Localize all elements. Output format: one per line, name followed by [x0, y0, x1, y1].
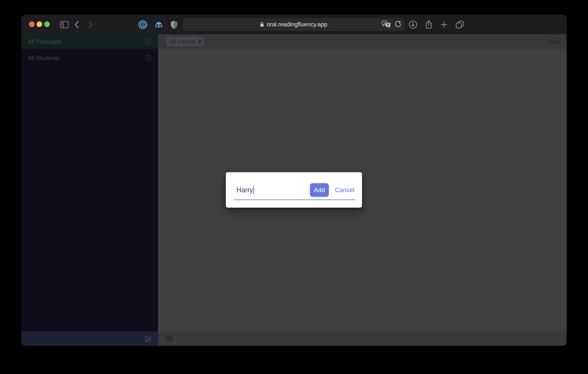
address-bar[interactable]: oral.readingfluency.app A	[183, 18, 404, 31]
sidebar-item-label: All Passages	[28, 38, 62, 45]
plus-icon	[441, 21, 448, 28]
compose-button[interactable]	[144, 335, 152, 342]
main-header: All Levels New	[158, 34, 567, 49]
sidebar-footer	[21, 331, 158, 346]
lock-icon	[260, 21, 264, 27]
add-student-button[interactable]: +	[145, 55, 152, 61]
student-name-input[interactable]: Harry	[236, 185, 254, 195]
main-area: All Levels New	[158, 34, 567, 346]
forward-chevron-icon	[87, 20, 94, 29]
traffic-light-zoom-button[interactable]	[44, 21, 50, 27]
cancel-button[interactable]: Cancel	[335, 183, 354, 197]
back-chevron-icon	[74, 20, 80, 29]
browser-toolbar: oral.readingfluency.app A	[21, 15, 567, 34]
downloads-icon	[409, 20, 417, 29]
text-caret	[253, 186, 254, 194]
reload-button[interactable]	[394, 21, 402, 28]
sidebar-item-label: All Students	[28, 55, 59, 62]
plus-circle-icon: +	[147, 39, 150, 44]
share-icon	[425, 20, 433, 29]
onepassword-icon	[138, 20, 147, 29]
waves-button[interactable]	[165, 335, 174, 343]
downloads-button[interactable]	[407, 15, 419, 34]
tab-overview-icon	[455, 21, 464, 29]
stepper-arrows-icon	[198, 39, 201, 44]
traffic-light-close-button[interactable]	[29, 21, 35, 27]
traffic-light-minimize-button[interactable]	[37, 21, 42, 27]
compose-icon	[144, 335, 152, 342]
sidebar-toggle-button[interactable]	[58, 15, 71, 34]
url-text: oral.readingfluency.app	[267, 21, 327, 28]
sidebar: All Passages + All Students +	[21, 34, 158, 346]
waves-icon	[165, 335, 174, 343]
new-button[interactable]: New	[548, 38, 560, 45]
input-underline	[233, 200, 355, 200]
forward-button[interactable]	[85, 15, 96, 34]
add-student-dialog: Harry Add Cancel	[226, 172, 362, 208]
sidebar-item-all-passages[interactable]: All Passages +	[21, 34, 158, 49]
goggles-creature-icon	[154, 20, 163, 29]
translate-icon: A	[382, 21, 391, 28]
goggles-extension-button[interactable]	[153, 15, 164, 34]
onepassword-extension-button[interactable]	[137, 15, 148, 34]
shield-icon	[170, 20, 178, 29]
level-filter-select[interactable]: All Levels	[167, 37, 204, 46]
tab-overview-button[interactable]	[454, 15, 465, 34]
shield-extension-button[interactable]	[168, 15, 180, 34]
translate-button[interactable]: A	[382, 21, 391, 28]
reload-icon	[394, 21, 402, 28]
plus-circle-icon: +	[147, 55, 150, 61]
sidebar-toggle-icon	[60, 21, 69, 28]
level-filter-value: All Levels	[169, 38, 196, 45]
student-name-value: Harry	[236, 186, 253, 194]
svg-text:A: A	[384, 21, 386, 25]
desktop-background: { "toolbar": { "url": "oral.readingfluen…	[0, 0, 588, 374]
sidebar-item-all-students[interactable]: All Students +	[21, 49, 158, 67]
add-button[interactable]: Add	[310, 183, 329, 197]
bottom-bar	[158, 331, 567, 346]
share-button[interactable]	[423, 15, 434, 34]
back-button[interactable]	[71, 15, 82, 34]
add-passage-button[interactable]: +	[145, 38, 152, 45]
new-tab-button[interactable]	[438, 15, 450, 34]
